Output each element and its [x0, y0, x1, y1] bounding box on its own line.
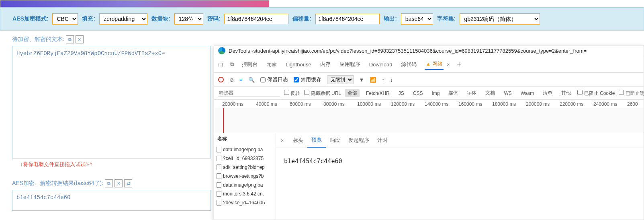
- input-section-header: 待加密、解密的文本: ⧉ ✕: [12, 35, 644, 43]
- devtools-title-url: student-api.iyincaishijiao.com/ep/pc/vid…: [253, 48, 587, 54]
- request-row[interactable]: ?device_id=164605: [214, 198, 276, 207]
- download-icon[interactable]: ↓: [390, 77, 393, 83]
- network-filter-bar: 反转 隐藏数据 URL 全部 Fetch/XHR JS CSS Img 媒体 字…: [214, 87, 644, 100]
- timeline-marker: [223, 108, 224, 133]
- hero-banner: [0, 0, 269, 7]
- clear-result-icon[interactable]: ✕: [114, 179, 123, 187]
- filter-chip-manifest[interactable]: 清单: [540, 89, 555, 97]
- filter-chip-img[interactable]: Img: [429, 90, 442, 97]
- copy-icon[interactable]: ⧉: [66, 35, 74, 43]
- blocked-requests-checkbox[interactable]: 已阻止请求: [619, 90, 644, 97]
- detail-tab-preview[interactable]: 预览: [307, 133, 326, 148]
- devtools-titlebar: DevTools - student-api.iyincaishijiao.co…: [214, 45, 644, 56]
- charset-select[interactable]: gb2312编码（简体）: [460, 13, 540, 25]
- inspect-icon[interactable]: ⬚: [218, 62, 223, 68]
- devtools-title-prefix: DevTools -: [229, 48, 253, 54]
- tab-elements[interactable]: 元素: [266, 59, 278, 70]
- devtools-body: 名称 data:image/png;ba ?cell_id=69832375 s…: [214, 133, 644, 220]
- file-icon: [217, 182, 221, 188]
- tab-lighthouse[interactable]: Lighthouse: [285, 60, 312, 69]
- devtools-window: DevTools - student-api.iyincaishijiao.co…: [214, 45, 644, 220]
- aes-config-bar: AES加密模式: CBC 填充: zeropadding 数据块: 128位 密…: [0, 7, 644, 31]
- detail-tabs: × 标头 预览 响应 发起程序 计时: [276, 133, 644, 148]
- tab-download[interactable]: Download: [368, 60, 393, 69]
- wifi-icon[interactable]: 📶: [370, 77, 376, 83]
- mode-select[interactable]: CBC: [52, 13, 78, 25]
- file-icon: [217, 200, 221, 206]
- filter-chip-css[interactable]: CSS: [411, 90, 425, 97]
- request-row[interactable]: monitors.3.6.42.cn.: [214, 189, 276, 198]
- upload-icon[interactable]: ↑: [382, 77, 384, 83]
- clear-icon[interactable]: ✕: [76, 35, 84, 43]
- copy-result-icon[interactable]: ⧉: [105, 179, 113, 187]
- request-list-header: 名称: [214, 133, 276, 145]
- output-select[interactable]: base64: [401, 13, 433, 25]
- detail-tab-headers[interactable]: 标头: [289, 134, 307, 147]
- hide-data-url-checkbox[interactable]: 隐藏数据 URL: [304, 90, 341, 97]
- request-detail: × 标头 预览 响应 发起程序 计时 b1e4f454c7c44e60: [276, 133, 644, 220]
- file-icon: [217, 147, 221, 152]
- request-row[interactable]: data:image/png;ba: [214, 181, 276, 189]
- tab-console[interactable]: 控制台: [241, 59, 258, 70]
- result-textarea[interactable]: b1e4f454c7c44e60: [12, 190, 211, 211]
- request-row[interactable]: sdk_setting?bid=ep: [214, 163, 276, 172]
- result-label: AES加密、解密转换结果(base64了):: [12, 180, 103, 187]
- network-controls: ⊘ ≡ 🔍 保留日志 禁用缓存 无限制 ▼ 📶 ↑ ↓: [214, 73, 644, 87]
- filter-chip-doc[interactable]: 文档: [483, 89, 497, 97]
- request-row[interactable]: ?cell_id=69832375: [214, 154, 276, 163]
- preserve-log-checkbox[interactable]: 保留日志: [260, 76, 288, 83]
- tab-sources[interactable]: 源代码: [400, 59, 417, 70]
- throttle-dropdown-icon[interactable]: ▼: [359, 77, 364, 83]
- password-input[interactable]: [224, 14, 288, 24]
- add-tab-icon[interactable]: +: [457, 60, 462, 69]
- request-row[interactable]: data:image/png;ba: [214, 145, 276, 154]
- swap-icon[interactable]: ⇄: [124, 179, 132, 187]
- filter-chip-font[interactable]: 字体: [464, 89, 479, 97]
- mode-label: AES加密模式:: [12, 15, 48, 23]
- input-textarea[interactable]: HyebrZ6EORyjEaZ29Vs98YWpOChcnU/FPWdVTIsZ…: [12, 46, 211, 158]
- filter-input[interactable]: [218, 89, 280, 97]
- file-icon: [217, 173, 221, 179]
- filter-chip-ws[interactable]: WS: [501, 90, 514, 97]
- filter-chip-media[interactable]: 媒体: [446, 89, 460, 97]
- tab-application[interactable]: 应用程序: [339, 59, 361, 70]
- blocked-cookies-checkbox[interactable]: 已阻止 Cookie: [577, 90, 615, 97]
- filter-chip-js[interactable]: JS: [396, 90, 407, 97]
- close-tab-icon[interactable]: ×: [447, 62, 450, 68]
- filter-chip-wasm[interactable]: Wasm: [518, 90, 537, 97]
- throttle-select[interactable]: 无限制: [327, 75, 354, 84]
- filter-icon[interactable]: ≡: [239, 77, 243, 83]
- invert-checkbox[interactable]: 反转: [284, 90, 300, 97]
- preview-content: b1e4f454c7c44e60: [276, 148, 644, 175]
- iv-input[interactable]: [315, 14, 380, 24]
- devtools-tabs: ⬚ ⧉ 控制台 元素 Lighthouse 内存 应用程序 Download 源…: [214, 56, 644, 73]
- detail-tab-initiator[interactable]: 发起程序: [344, 134, 373, 147]
- charset-label: 字符集:: [437, 15, 456, 23]
- edge-icon: [218, 47, 225, 54]
- iv-label: 偏移量:: [292, 15, 311, 23]
- output-label: 输出:: [384, 15, 397, 23]
- tab-memory[interactable]: 内存: [319, 59, 331, 70]
- filter-chip-other[interactable]: 其他: [559, 89, 573, 97]
- password-label: 密码:: [207, 15, 221, 23]
- padding-label: 填充:: [82, 15, 95, 23]
- request-list[interactable]: 名称 data:image/png;ba ?cell_id=69832375 s…: [214, 133, 276, 220]
- timeline-graph: [214, 108, 644, 133]
- tab-network[interactable]: ▲ 网络: [425, 59, 444, 70]
- input-label: 待加密、解密的文本:: [12, 36, 64, 43]
- close-detail-icon[interactable]: ×: [276, 134, 289, 147]
- detail-tab-timing[interactable]: 计时: [373, 134, 392, 147]
- request-row[interactable]: browser-settings?b: [214, 172, 276, 181]
- filter-chip-all[interactable]: 全部: [345, 89, 360, 97]
- detail-tab-response[interactable]: 响应: [326, 134, 344, 147]
- clear-log-icon[interactable]: ⊘: [229, 77, 234, 83]
- disable-cache-checkbox[interactable]: 禁用缓存: [294, 76, 321, 83]
- record-icon[interactable]: [218, 77, 224, 82]
- device-icon[interactable]: ⧉: [230, 61, 234, 68]
- search-icon[interactable]: 🔍: [248, 77, 255, 83]
- file-icon: [217, 156, 221, 161]
- filter-chip-fetchxhr[interactable]: Fetch/XHR: [364, 90, 392, 97]
- network-timeline[interactable]: 20000 ms40000 ms60000 ms80000 ms100000 m…: [214, 100, 644, 133]
- padding-select[interactable]: zeropadding: [99, 13, 147, 25]
- block-select[interactable]: 128位: [174, 13, 203, 25]
